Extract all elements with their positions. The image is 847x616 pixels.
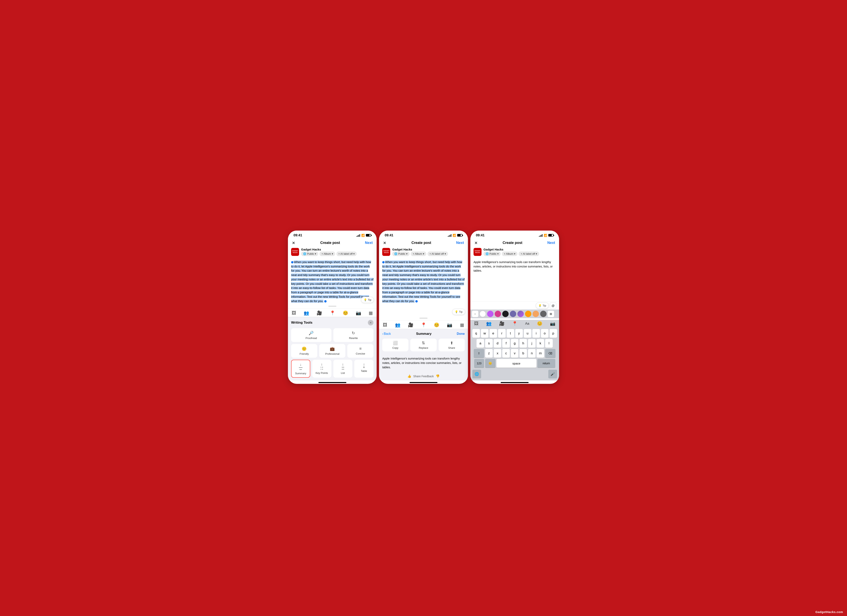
- summary-done-button[interactable]: Done: [457, 332, 465, 336]
- pill-ai-label-2[interactable]: + AI label off▾: [428, 252, 448, 256]
- key-x[interactable]: x: [494, 349, 501, 358]
- wt-proofread-button[interactable]: 🔎 Proofread: [291, 328, 331, 342]
- toolbar-photo-3[interactable]: 🖼: [474, 321, 478, 326]
- key-j[interactable]: j: [528, 339, 536, 348]
- pill-public-3[interactable]: 🌐Public▾: [484, 252, 501, 256]
- toolbar-text-3[interactable]: Aa: [525, 322, 530, 326]
- key-shift[interactable]: ⇧: [474, 349, 484, 358]
- toolbar-video-2[interactable]: 🎥: [408, 323, 413, 328]
- color-orange[interactable]: [525, 311, 531, 317]
- close-button-1[interactable]: ✕: [292, 240, 295, 245]
- content-area-3[interactable]: Apple Intelligence's summarizing tools c…: [470, 258, 559, 302]
- key-a[interactable]: a: [477, 339, 484, 348]
- tip-button-3[interactable]: 💡 Tip: [536, 302, 549, 309]
- key-w[interactable]: w: [481, 329, 488, 338]
- key-z[interactable]: z: [485, 349, 493, 358]
- key-d[interactable]: d: [494, 339, 501, 348]
- color-back-button[interactable]: ‹: [472, 311, 478, 317]
- content-area-2[interactable]: When you want to keep things short, but …: [379, 258, 468, 318]
- toolbar-location-2[interactable]: 📍: [421, 323, 426, 328]
- key-h[interactable]: h: [519, 339, 527, 348]
- key-y[interactable]: y: [515, 329, 523, 338]
- key-mic[interactable]: 🎤: [548, 370, 557, 379]
- toolbar-grid-2[interactable]: ▦: [460, 323, 464, 328]
- pill-ai-label-3[interactable]: + AI label off▾: [519, 252, 539, 256]
- pill-public-1[interactable]: 🌐Public▾: [301, 252, 318, 256]
- key-i[interactable]: i: [533, 329, 540, 338]
- key-o[interactable]: o: [541, 329, 549, 338]
- color-dark-gray[interactable]: [540, 311, 546, 317]
- toolbar-camera-1[interactable]: 📷: [356, 311, 361, 316]
- toolbar-photo-1[interactable]: 🖼: [292, 311, 296, 316]
- toolbar-location-1[interactable]: 📍: [330, 311, 335, 316]
- wt-rewrite-button[interactable]: ↻ Rewrite: [333, 328, 374, 342]
- color-gradient-purple[interactable]: [517, 311, 524, 317]
- replace-button[interactable]: ⇅ Replace: [410, 339, 437, 351]
- key-m[interactable]: m: [537, 349, 544, 358]
- key-u[interactable]: u: [524, 329, 531, 338]
- color-dark-purple[interactable]: [510, 311, 516, 317]
- key-s[interactable]: s: [485, 339, 493, 348]
- close-button-2[interactable]: ✕: [383, 240, 387, 245]
- key-b[interactable]: b: [519, 349, 527, 358]
- key-k[interactable]: k: [537, 339, 544, 348]
- color-magenta[interactable]: [495, 311, 501, 317]
- tip-button-2[interactable]: 💡 Tip: [452, 309, 465, 315]
- wt-summary-button[interactable]: ↓━━━━━ Summary: [291, 360, 310, 378]
- toolbar-emoji-3[interactable]: 😊: [537, 321, 542, 326]
- pill-album-2[interactable]: + Album▾: [411, 252, 426, 256]
- color-white[interactable]: [480, 311, 486, 317]
- wt-list-button[interactable]: ↓━━━━ List: [333, 360, 353, 378]
- copy-button[interactable]: ⬜ Copy: [382, 339, 408, 351]
- wt-concise-button[interactable]: ≡ Concise: [347, 344, 373, 358]
- key-r[interactable]: r: [498, 329, 506, 338]
- next-button-2[interactable]: Next: [456, 241, 464, 245]
- key-p[interactable]: p: [549, 329, 557, 338]
- key-backspace[interactable]: ⌫: [545, 349, 555, 358]
- wt-close-button[interactable]: ✕: [368, 320, 373, 326]
- tip-button-1[interactable]: 💡 Tip: [361, 297, 374, 303]
- toolbar-camera-2[interactable]: 📷: [447, 323, 452, 328]
- key-return[interactable]: return: [537, 359, 555, 368]
- thumbs-down-icon[interactable]: 👎: [436, 374, 440, 378]
- toolbar-people-1[interactable]: 👥: [304, 311, 309, 316]
- key-v[interactable]: v: [511, 349, 518, 358]
- thumbs-up-icon[interactable]: 👍: [407, 374, 411, 378]
- close-button-3[interactable]: ✕: [474, 240, 478, 245]
- toolbar-people-2[interactable]: 👥: [395, 323, 400, 328]
- key-l[interactable]: l: [545, 339, 553, 348]
- key-space[interactable]: space: [496, 359, 536, 368]
- summary-back-button[interactable]: ‹ Back: [382, 332, 391, 336]
- key-globe[interactable]: 🌐: [472, 370, 481, 379]
- toolbar-photo-2[interactable]: 🖼: [383, 323, 387, 328]
- pill-public-2[interactable]: 🌐Public▾: [392, 252, 409, 256]
- color-peach[interactable]: [533, 311, 539, 317]
- key-f[interactable]: f: [502, 339, 510, 348]
- pill-album-3[interactable]: + Album▾: [502, 252, 517, 256]
- pill-album-1[interactable]: + Album▾: [319, 252, 335, 256]
- toolbar-emoji-1[interactable]: 😊: [343, 311, 348, 316]
- key-e[interactable]: e: [490, 329, 497, 338]
- pill-ai-label-1[interactable]: + AI label off▾: [336, 252, 357, 256]
- toolbar-grid-1[interactable]: ▦: [369, 311, 373, 316]
- content-area-1[interactable]: When you want to keep things short, but …: [288, 258, 377, 306]
- next-button-3[interactable]: Next: [547, 241, 555, 245]
- key-t[interactable]: t: [507, 329, 514, 338]
- key-g[interactable]: g: [511, 339, 518, 348]
- key-123[interactable]: 123: [474, 359, 484, 368]
- color-grid-button[interactable]: ⊞: [548, 311, 554, 317]
- at-button-3[interactable]: @: [550, 302, 556, 309]
- toolbar-emoji-2[interactable]: 😊: [434, 323, 439, 328]
- wt-table-button[interactable]: ↓⊞ Table: [354, 360, 373, 378]
- toolbar-video-1[interactable]: 🎥: [317, 311, 322, 316]
- toolbar-location-3[interactable]: 📍: [512, 321, 517, 326]
- key-q[interactable]: q: [472, 329, 480, 338]
- toolbar-camera-3[interactable]: 📷: [550, 321, 555, 326]
- wt-friendly-button[interactable]: 🙂 Friendly: [291, 344, 317, 358]
- key-n[interactable]: n: [528, 349, 536, 358]
- key-emoji[interactable]: 😊: [485, 359, 496, 368]
- wt-keypoints-button[interactable]: ↓• ━• ━ Key Points: [312, 360, 331, 378]
- color-black[interactable]: [502, 311, 509, 317]
- key-c[interactable]: c: [502, 349, 510, 358]
- share-button[interactable]: ⬆ Share: [439, 339, 465, 351]
